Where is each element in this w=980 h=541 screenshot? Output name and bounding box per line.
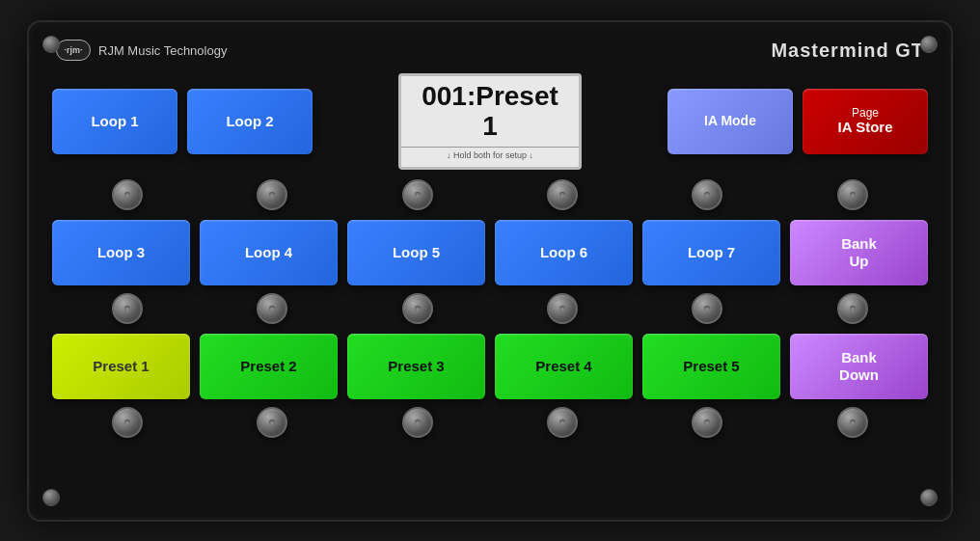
knob-row-3 [52,405,928,440]
knob-2-2 [204,293,340,324]
knob-3-4 [495,407,630,438]
top-row: Loop 1 Loop 2 001:Preset 1 ↓ Hold both f… [52,73,928,170]
preset5-button[interactable]: Preset 5 [642,334,780,399]
knob-1-2 [204,179,340,210]
bank-down-button[interactable]: BankDown [790,334,928,399]
logo-text: ·rjm· [64,45,82,55]
brand-name: RJM Music Technology [98,43,227,58]
loop1-button[interactable]: Loop 1 [52,89,177,154]
knob-2-6 [785,293,920,324]
page-ia-store-button[interactable]: Page IA Store [803,89,928,154]
knob-row-1 [52,177,928,212]
loop7-button[interactable]: Loop 7 [642,220,780,285]
corner-screw-tl [42,36,60,53]
knob-1-5 [640,179,775,210]
display-subtext: ↓ Hold both for setup ↓ [401,147,579,160]
display-preset-text: 001:Preset 1 [422,82,558,142]
loop4-button[interactable]: Loop 4 [200,220,338,285]
loop2-button[interactable]: Loop 2 [187,89,313,154]
bank-up-button[interactable]: BankUp [790,220,928,285]
knob-2-1 [60,293,195,324]
knob-2-4 [495,293,630,324]
loop6-button[interactable]: Loop 6 [495,220,633,285]
preset1-button[interactable]: Preset 1 [52,334,190,399]
knob-3-1 [60,407,195,438]
knob-1-1 [60,179,195,210]
header: ·rjm· RJM Music Technology Mastermind GT [52,40,928,62]
corner-screw-tr [920,36,938,53]
brand: ·rjm· RJM Music Technology [56,40,227,61]
device-title: Mastermind GT [771,40,924,62]
middle-row: Loop 3 Loop 4 Loop 5 Loop 6 Loop 7 BankU… [52,220,928,285]
knob-1-3 [350,179,485,210]
knob-1-6 [785,179,920,210]
knob-3-3 [350,407,485,438]
preset3-button[interactable]: Preset 3 [347,334,485,399]
knob-2-3 [350,293,485,324]
loop3-button[interactable]: Loop 3 [52,220,190,285]
corner-screw-bl [42,489,60,506]
rjm-logo: ·rjm· [56,40,91,61]
page-label-top: Page [838,107,893,120]
ia-mode-button[interactable]: IA Mode [667,89,793,154]
mastermind-gt-device: ·rjm· RJM Music Technology Mastermind GT… [27,20,953,522]
display-area: 001:Preset 1 ↓ Hold both for setup ↓ [322,73,658,170]
knob-1-4 [495,179,630,210]
main-display: 001:Preset 1 ↓ Hold both for setup ↓ [398,73,582,170]
knob-3-6 [785,407,920,438]
preset4-button[interactable]: Preset 4 [495,334,633,399]
knob-2-5 [640,293,775,324]
knob-3-5 [640,407,775,438]
page-label-bot: IA Store [838,120,893,136]
knob-3-2 [204,407,340,438]
preset2-button[interactable]: Preset 2 [200,334,338,399]
corner-screw-br [920,489,938,506]
bottom-row: Preset 1 Preset 2 Preset 3 Preset 4 Pres… [52,334,928,399]
knob-row-2 [52,291,928,326]
loop5-button[interactable]: Loop 5 [347,220,485,285]
display-line2: 1 [422,112,558,142]
display-line1: 001:Preset [422,82,558,112]
